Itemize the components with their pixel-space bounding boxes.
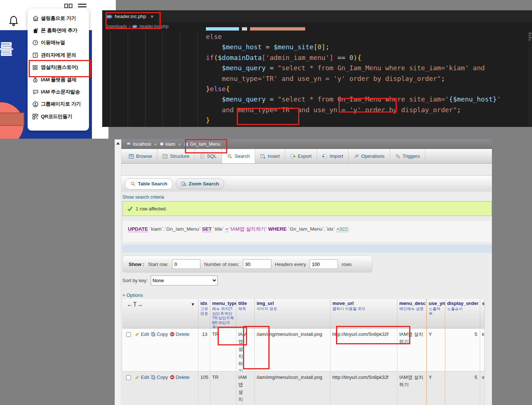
- tab-operations[interactable]: Operations: [349, 149, 390, 163]
- cell-menu_type: TR: [210, 328, 236, 371]
- column-header-display_order[interactable]: display_order노출순서: [445, 299, 480, 328]
- delete-link[interactable]: Delete: [170, 331, 190, 337]
- vscode-tabbar: php header.inc.php ×: [102, 10, 532, 22]
- bell-icon[interactable]: [9, 15, 18, 26]
- subtab-zoom-search[interactable]: Zoom Search: [176, 178, 224, 189]
- edit-link[interactable]: Edit: [135, 374, 149, 380]
- tab-search[interactable]: Search: [222, 149, 255, 163]
- column-name[interactable]: title: [238, 301, 253, 306]
- vertical-scrollbar[interactable]: [115, 139, 121, 405]
- options-link[interactable]: + Options: [122, 292, 143, 298]
- help-circle-icon: ?: [32, 40, 40, 46]
- start-row-label: Start row:: [148, 262, 169, 267]
- svg-text:php: php: [107, 15, 111, 18]
- sort-by-key-select[interactable]: None: [151, 276, 218, 285]
- tab-structure[interactable]: Structure: [157, 149, 195, 163]
- payment-icon: $: [32, 77, 40, 83]
- code-line: if($domainData['admin_iam_menu'] == 0){: [206, 53, 527, 63]
- column-header-menu_desc[interactable]: menu_desc메인메뉴 설명: [397, 299, 426, 328]
- check-icon: [127, 206, 133, 212]
- mobile-menu-item[interactable]: ?이용매뉴얼: [32, 37, 89, 49]
- breadcrumb-item-kiam[interactable]: kiam: [160, 142, 175, 147]
- scroll-up-icon[interactable]: [116, 142, 120, 145]
- column-header-idx[interactable]: idx고유 번호: [199, 299, 210, 328]
- cell-move_url: http://tinyurl.com/5n8pk32f: [331, 328, 397, 371]
- column-header-menu_type[interactable]: menu_type메뉴 위치(T:상단 B:하단 TR:상단우측 BR:하단우측…: [210, 299, 236, 328]
- delete-icon: [170, 375, 175, 380]
- column-name[interactable]: menu_desc: [399, 301, 425, 306]
- mobile-menu-item[interactable]: 셀링홈으로 가기: [32, 12, 89, 24]
- cell-title: IAM앱설치하기: [236, 328, 255, 371]
- php-file-icon: php: [106, 14, 113, 19]
- tab-browse[interactable]: Browse: [124, 149, 157, 163]
- breadcrumb-folder[interactable]: Downloads: [105, 24, 127, 29]
- cell-display_order: 5: [445, 372, 480, 405]
- mobile-menu-item[interactable]: ?관리자에게 문의: [32, 49, 89, 61]
- row-nav-symbol[interactable]: ←T→: [127, 301, 143, 308]
- structure-icon: [163, 154, 168, 159]
- delete-label: Delete: [176, 374, 190, 380]
- mobile-menu-item[interactable]: IAM 주소문자발송: [32, 86, 89, 98]
- mobile-menu-item-label: 이용매뉴얼: [41, 39, 65, 46]
- column-header-use_yn[interactable]: use_yn노출여부: [426, 299, 445, 328]
- breadcrumb-file[interactable]: header.inc.php: [139, 24, 168, 29]
- number-of-rows-input[interactable]: [243, 259, 271, 269]
- mobile-menu-item[interactable]: $IAM 플랫폼 결제: [32, 74, 89, 86]
- mobile-menu-item[interactable]: 폰 홈화면에 추가: [32, 24, 89, 36]
- sort-by-key-row: Sort by key: None: [122, 276, 218, 285]
- column-name[interactable]: idx: [200, 301, 208, 306]
- mobile-menu-item[interactable]: 앱설치(원스토어): [32, 61, 89, 74]
- tab-sql[interactable]: SQL: [195, 149, 222, 163]
- column-name[interactable]: img_url: [257, 301, 329, 306]
- edit-link[interactable]: Edit: [135, 331, 149, 337]
- column-header-img_url[interactable]: img_url이미지 경로: [255, 299, 331, 328]
- column-header-s[interactable]: s: [480, 299, 485, 328]
- caret-down-icon[interactable]: ▼: [191, 302, 195, 306]
- grid-icon[interactable]: [64, 4, 72, 8]
- search-icon: [227, 154, 232, 159]
- phpmyadmin-region: localhost»kiam»Gn_Iam_Menu BrowseStructu…: [115, 139, 492, 405]
- column-header-move_url[interactable]: move_url클릭시 이동할 위치: [331, 299, 397, 328]
- column-name[interactable]: s: [482, 301, 483, 306]
- mobile-menu-item[interactable]: QR코드만들기: [32, 110, 89, 122]
- row-checkbox[interactable]: [126, 375, 131, 380]
- show-search-criteria-link[interactable]: Show search criteria: [122, 195, 164, 200]
- copy-link[interactable]: Copy: [151, 331, 168, 337]
- breadcrumb-item-localhost[interactable]: localhost: [126, 142, 151, 147]
- subtab-table-search[interactable]: Table Search: [125, 178, 173, 189]
- indent-guide: [145, 32, 146, 127]
- close-icon[interactable]: ×: [150, 13, 154, 19]
- headers-every-input[interactable]: [310, 259, 338, 269]
- column-name[interactable]: use_yn: [429, 301, 443, 306]
- tab-insert[interactable]: Insert: [255, 149, 285, 163]
- vscode-breadcrumb[interactable]: Downloads › php header.inc.php: [102, 22, 532, 30]
- breadcrumb-item-gn_iam_menu[interactable]: Gn_Iam_Menu: [184, 142, 221, 147]
- copy-link[interactable]: Copy: [151, 374, 168, 380]
- php-file-icon: php: [132, 25, 138, 28]
- delete-link[interactable]: Delete: [170, 374, 190, 380]
- pencil-icon: [135, 375, 140, 380]
- tab-import[interactable]: Import: [317, 149, 349, 163]
- cell-use_yn: Y: [426, 328, 445, 371]
- headers-every-label: Headers every: [275, 262, 306, 267]
- mobile-menu-item[interactable]: 그룹페이지로 가기: [32, 98, 89, 110]
- breadcrumb-separator: »: [154, 142, 157, 147]
- editor-tab[interactable]: php header.inc.php ×: [102, 10, 158, 22]
- code-line: }else{: [206, 84, 527, 94]
- tab-export[interactable]: Export: [285, 149, 317, 163]
- column-header-title[interactable]: title제목: [236, 299, 255, 328]
- code-line: $menu_query = "select * from Gn_Iam_Menu…: [206, 94, 527, 104]
- tab-triggers[interactable]: Triggers: [390, 149, 425, 163]
- column-name[interactable]: move_url: [332, 301, 396, 306]
- tab-label: Structure: [170, 153, 189, 159]
- row-checkbox[interactable]: [126, 332, 131, 337]
- column-name[interactable]: menu_type: [212, 301, 235, 306]
- svg-text:?: ?: [34, 53, 36, 57]
- inline-edit-strip: [122, 245, 492, 253]
- minimap[interactable]: [528, 32, 532, 127]
- code-editor[interactable]: else $menu_host = $menu_site[0];if($doma…: [206, 32, 527, 127]
- pencil-icon: [135, 332, 140, 337]
- column-name[interactable]: display_order: [447, 301, 478, 306]
- svg-text:php: php: [133, 25, 137, 27]
- start-row-input[interactable]: [172, 259, 200, 269]
